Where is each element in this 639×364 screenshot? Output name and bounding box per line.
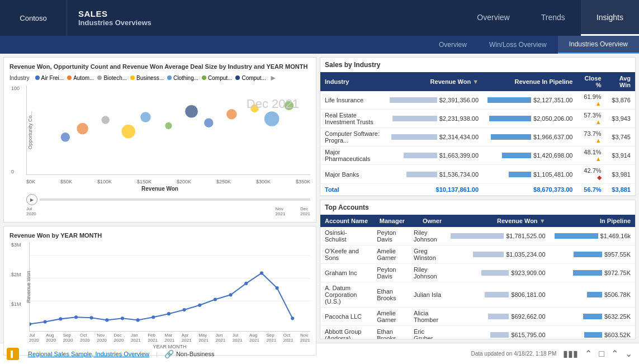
- total-label: Total: [320, 184, 385, 196]
- account-revenue: $615,795.00: [446, 326, 550, 339]
- top-nav: Contoso SALES Industries Overviews Overv…: [0, 0, 639, 36]
- industry-name: Life Insurance: [320, 91, 385, 110]
- legend-item-0: Air Frei...: [35, 75, 64, 81]
- chevron-down-icon[interactable]: ⌄: [625, 348, 632, 359]
- account-name: Abbott Group (Andorra): [320, 326, 372, 339]
- industry-close-pct: 57.3% ▲: [577, 110, 605, 128]
- line-y-axis-label: Revenue Won: [26, 271, 31, 302]
- account-revenue: $692,662.00: [446, 308, 550, 326]
- industry-avg-win: $3,914: [606, 146, 635, 165]
- account-manager: Ethan Brooks: [372, 282, 409, 308]
- line-chart-y-labels: $3M $2M $1M: [11, 242, 21, 331]
- expand-icon[interactable]: ⌃: [611, 348, 618, 359]
- th-avg-win: Avg Win: [606, 72, 635, 91]
- xl-sep20: Sep2020: [63, 333, 73, 343]
- x-label-50k: $50K: [60, 179, 72, 185]
- nav-subtitle: Industries Overviews: [78, 18, 168, 27]
- account-owner: Riley Johnson: [409, 264, 446, 282]
- industry-name: Major Banks: [320, 165, 385, 184]
- scatter-y-label: Opportunity Co...: [27, 111, 33, 149]
- account-table-row: Graham Inc Peyton Davis Riley Johnson $9…: [320, 264, 635, 282]
- top-accounts-table: Account Name Manager Owner Revenue Won ▼…: [320, 215, 635, 339]
- account-pipeline: $972.75K: [550, 264, 635, 282]
- svg-point-27: [214, 297, 217, 301]
- legend-item-5: Comput...: [202, 75, 232, 81]
- xl-oct21: Oct2021: [283, 333, 294, 343]
- play-button[interactable]: ▶: [26, 194, 37, 205]
- grid-icon[interactable]: □: [599, 349, 604, 359]
- x-label-350k: $350K: [296, 179, 310, 185]
- account-revenue: $1,035,234.00: [446, 245, 550, 264]
- account-revenue: $923,909.00: [446, 264, 550, 282]
- industry-pipeline: $1,966,637.00: [483, 128, 577, 146]
- industry-pipeline: $1,420,698.00: [483, 146, 577, 165]
- nav-title: SALES: [78, 9, 168, 18]
- status-tag: 🔗 Non-Business: [164, 349, 214, 358]
- tab-insights[interactable]: Insights: [581, 0, 639, 36]
- line-chart-title: Revenue Won by YEAR MONTH: [10, 232, 310, 239]
- industry-name: Real Estate Investment Trusts: [320, 110, 385, 128]
- legend-dot-5: [202, 75, 206, 80]
- industry-name: Computer Software: Progra...: [320, 128, 385, 146]
- legend-more-icon[interactable]: ►: [269, 73, 277, 82]
- account-owner: Alicia Thomber: [409, 308, 446, 326]
- scatter-chart-title: Revenue Won, Opportunity Count and Reven…: [10, 63, 310, 70]
- account-name: Pacocha LLC: [320, 308, 372, 326]
- svg-point-3: [121, 125, 135, 139]
- sub-tab-winloss[interactable]: Win/Loss Overview: [478, 36, 558, 54]
- account-table-row: A. Datum Corporation (U.S.) Ethan Brooks…: [320, 282, 635, 308]
- account-pipeline: $603.52K: [550, 326, 635, 339]
- timeline-track[interactable]: [40, 198, 310, 201]
- svg-point-2: [101, 116, 109, 124]
- svg-point-24: [167, 312, 171, 315]
- xl-jun21: Jun2021: [215, 333, 225, 343]
- sub-tab-overview[interactable]: Overview: [428, 36, 478, 54]
- legend-text-5: Comput...: [208, 75, 232, 81]
- legend-item-6: Comput...: [235, 75, 266, 81]
- legend-text-3: Business...: [136, 75, 164, 81]
- left-panel: Revenue Won, Opportunity Count and Reven…: [3, 57, 316, 339]
- total-close-pct: 56.7%: [577, 184, 605, 196]
- status-tag-text: Non-Business: [176, 351, 214, 357]
- chevron-up-icon[interactable]: ⌃: [585, 348, 592, 359]
- svg-point-32: [291, 316, 294, 320]
- tick-dec21: Dec2021: [300, 206, 310, 216]
- accounts-table-wrap[interactable]: Account Name Manager Owner Revenue Won ▼…: [320, 215, 635, 339]
- svg-point-16: [44, 320, 47, 323]
- industry-table-row: Major Banks $1,536,734.00 $1,105,481.00 …: [320, 165, 635, 184]
- nav-tabs: Overview Trends Insights: [461, 0, 639, 36]
- tab-trends[interactable]: Trends: [526, 0, 581, 36]
- account-table-row: Abbott Group (Andorra) Ethan Brooks Eric…: [320, 326, 635, 339]
- svg-point-22: [136, 318, 140, 322]
- sales-by-industry-card: Sales by Industry Industry Revenue Won ▼…: [320, 57, 636, 196]
- industry-table-row: Real Estate Investment Trusts $2,231,938…: [320, 110, 635, 128]
- scatter-legend: Industry Air Frei... Autom... Biotech...…: [10, 73, 310, 82]
- svg-point-10: [264, 111, 280, 126]
- industry-close-pct: 61.9% ▲: [577, 91, 605, 110]
- tick-jul20: Jul2020: [26, 206, 36, 216]
- tab-overview[interactable]: Overview: [461, 0, 525, 36]
- account-manager: Peyton Davis: [372, 264, 409, 282]
- svg-point-31: [276, 286, 279, 290]
- th-revenue-won: Revenue Won ▼: [385, 72, 483, 91]
- chart-icon[interactable]: ▮▮▮: [563, 348, 578, 359]
- sales-by-industry-title: Sales by Industry: [320, 58, 635, 72]
- y-axis-labels: 100 0: [11, 86, 20, 174]
- industry-close-pct: 42.7% ◆: [577, 165, 605, 184]
- xl-jul21: Jul2021: [233, 333, 243, 343]
- line-chart-x-labels: Jul2020 Aug2020 Sep2020 Oct2020 Nov2020 …: [29, 333, 310, 343]
- legend-item-1: Autom...: [67, 75, 94, 81]
- svg-point-25: [183, 308, 186, 311]
- svg-point-26: [198, 304, 201, 307]
- x-label-250k: $250K: [216, 179, 231, 185]
- x-label-200k: $200K: [177, 179, 191, 185]
- status-link[interactable]: Regional Sales Sample, Industries Overvi…: [28, 351, 149, 357]
- svg-point-21: [121, 316, 124, 320]
- legend-dot-2: [97, 75, 102, 80]
- account-name: Graham Inc: [320, 264, 372, 282]
- sub-tab-industries[interactable]: Industries Overview: [558, 36, 639, 54]
- y-label-0: 0: [11, 169, 20, 174]
- industry-pipeline: $1,105,481.00: [483, 165, 577, 184]
- total-pipeline: $8,670,373.00: [483, 184, 577, 196]
- account-pipeline: $1,469.16k: [550, 227, 635, 245]
